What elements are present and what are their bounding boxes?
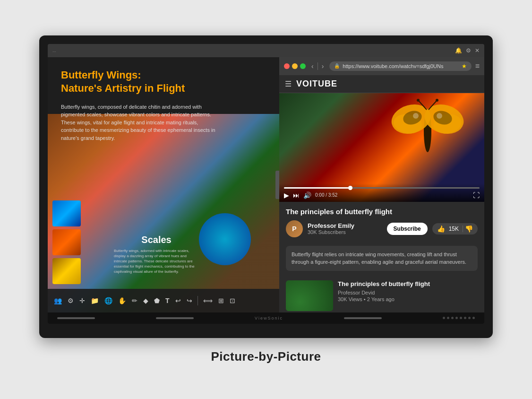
panel-resize-handle[interactable] xyxy=(275,171,279,199)
monitor-dot-1 xyxy=(443,317,445,319)
monitor-bottom-indicator-left xyxy=(57,317,95,319)
scales-section: Scales Butterfly wings, adorned with int… xyxy=(114,234,199,275)
scales-text: Butterfly wings, adorned with intricate … xyxy=(114,248,199,275)
traffic-lights xyxy=(284,63,306,69)
toolbar-arrows-icon[interactable]: ⟺ xyxy=(202,295,214,306)
svg-point-11 xyxy=(417,99,420,102)
monitor-controls-row: ViewSonic xyxy=(48,312,484,324)
toolbar-globe-icon[interactable]: 🌐 xyxy=(103,295,114,306)
video-volume-button[interactable]: 🔊 xyxy=(303,191,311,199)
like-dislike-group: 👍 15K 👎 xyxy=(432,223,478,234)
monitor-dot-5 xyxy=(460,317,462,319)
browser-menu-icon[interactable]: ≡ xyxy=(475,62,480,70)
suggested-thumb-bg xyxy=(286,280,333,311)
close-icon[interactable]: ✕ xyxy=(475,47,480,54)
bell-icon[interactable]: 🔔 xyxy=(455,47,462,54)
description-text: Butterfly flight relies on intricate win… xyxy=(292,251,472,266)
toolbar-undo-icon[interactable]: ↩ xyxy=(174,295,182,306)
voitube-logo: VOITUBE xyxy=(296,79,337,89)
gear-icon[interactable]: ⚙ xyxy=(466,47,471,54)
svg-point-12 xyxy=(436,99,438,102)
browser-bar: ‹ › 🔒 https://www.voitube.com/watchv=sdf… xyxy=(279,57,484,75)
monitor-bottom-indicator-right xyxy=(344,317,382,319)
toolbar-folder-icon[interactable]: 📁 xyxy=(89,295,100,306)
video-player[interactable]: ▶ ⏭ 🔊 0:00 / 3:52 ⛶ xyxy=(279,93,484,202)
channel-subscribers: 30K Subscribers xyxy=(308,229,382,235)
subscribe-button[interactable]: Subscribe xyxy=(387,223,428,235)
lock-icon: 🔒 xyxy=(334,63,340,69)
toolbar-move-icon[interactable]: ✛ xyxy=(78,295,86,306)
voitube-menu-icon[interactable]: ☰ xyxy=(285,79,292,88)
like-divider xyxy=(463,226,463,232)
scales-title: Scales xyxy=(114,234,199,245)
video-overlay: ▶ ⏭ 🔊 0:00 / 3:52 ⛶ xyxy=(279,183,484,202)
monitor-dot-3 xyxy=(451,317,454,319)
toolbar-text-icon[interactable]: T xyxy=(164,295,171,306)
description-box: Butterfly flight relies on intricate win… xyxy=(286,246,478,271)
like-count: 15K xyxy=(449,226,459,232)
toolbar-separator xyxy=(197,296,198,305)
butterfly-orange xyxy=(52,229,81,255)
browser-nav: ‹ › xyxy=(309,61,326,71)
toolbar-hand-icon[interactable]: ✋ xyxy=(117,295,128,306)
suggested-video-item[interactable]: The principles of butterfly flight Profe… xyxy=(279,277,484,312)
channel-name: Professor Emily xyxy=(308,222,382,229)
butterfly-images xyxy=(52,200,81,284)
browser-forward-button[interactable]: › xyxy=(320,61,326,71)
screen-content: Butterfly Wings:Nature's Artistry in Fli… xyxy=(48,57,484,312)
toolbar-box-icon[interactable]: ⊞ xyxy=(217,295,225,306)
right-panel: ‹ › 🔒 https://www.voitube.com/watchv=sdf… xyxy=(279,57,484,312)
toolbar-shape-icon[interactable]: ⬟ xyxy=(153,295,161,306)
video-progress-bar[interactable] xyxy=(284,187,480,189)
butterfly-yellow xyxy=(52,258,81,284)
video-skip-button[interactable]: ⏭ xyxy=(293,191,300,199)
butterfly-blue xyxy=(52,200,81,226)
toolbar-expand-icon[interactable]: ⊡ xyxy=(228,295,237,306)
presentation-title: Butterfly Wings:Nature's Artistry in Fli… xyxy=(61,69,266,95)
suggested-meta: 30K Views • 2 Years ago xyxy=(338,296,478,302)
traffic-light-green[interactable] xyxy=(300,63,306,69)
presentation-description: Butterfly wings, composed of delicate ch… xyxy=(61,103,222,142)
voitube-header: ☰ VOITUBE xyxy=(279,75,484,93)
monitor-dot-6 xyxy=(464,317,466,319)
traffic-light-yellow[interactable] xyxy=(292,63,298,69)
page-label: Picture-by-Picture xyxy=(211,349,321,364)
monitor-dots xyxy=(443,317,475,319)
blue-circle-decoration xyxy=(199,213,251,265)
toolbar-settings-icon[interactable]: ⚙ xyxy=(66,295,75,306)
toolbar-users-icon[interactable]: 👥 xyxy=(52,295,63,306)
video-play-button[interactable]: ▶ xyxy=(284,191,289,199)
video-title: The principles of butterfly flight xyxy=(286,208,478,216)
video-fullscreen-button[interactable]: ⛶ xyxy=(473,191,480,199)
browser-back-button[interactable]: ‹ xyxy=(309,61,316,71)
channel-avatar: P xyxy=(286,220,303,237)
video-butterfly-image xyxy=(390,98,465,164)
bookmark-icon[interactable]: ★ xyxy=(462,63,467,69)
video-controls: ▶ ⏭ 🔊 0:00 / 3:52 ⛶ xyxy=(284,191,480,199)
channel-info: Professor Emily 30K Subscribers xyxy=(308,222,382,235)
suggested-info: The principles of butterfly flight Profe… xyxy=(338,280,478,311)
left-panel: Butterfly Wings:Nature's Artistry in Fli… xyxy=(48,57,279,312)
toolbar-redo-icon[interactable]: ↪ xyxy=(185,295,194,306)
suggested-title: The principles of butterfly flight xyxy=(338,280,478,288)
monitor-dot-8 xyxy=(472,317,475,319)
suggested-thumbnail xyxy=(286,280,333,311)
video-info: The principles of butterfly flight P Pro… xyxy=(279,202,484,246)
voitube-content[interactable]: ▶ ⏭ 🔊 0:00 / 3:52 ⛶ xyxy=(279,93,484,312)
monitor-brand-label: ViewSonic xyxy=(255,316,283,321)
monitor-bottom-indicator-center xyxy=(156,317,194,319)
monitor-dot-4 xyxy=(455,317,458,319)
monitor: ... 🔔 ⚙ ✕ Butterfly Wings:Nature's Artis… xyxy=(39,35,493,338)
address-bar[interactable]: 🔒 https://www.voitube.com/watchv=sdfgj0U… xyxy=(329,61,471,71)
toolbar-pen-icon[interactable]: ✏ xyxy=(130,295,139,306)
traffic-light-red[interactable] xyxy=(284,63,290,69)
toolbar-marker-icon[interactable]: ◆ xyxy=(142,295,150,306)
url-text: https://www.voitube.com/watchv=sdfgj0UNs xyxy=(343,63,458,69)
nav-separator xyxy=(317,62,318,70)
svg-point-7 xyxy=(413,113,419,119)
dislike-button[interactable]: 👎 xyxy=(465,225,473,233)
topbar-left-text: ... xyxy=(52,48,56,53)
like-button[interactable]: 👍 xyxy=(437,225,445,233)
svg-point-8 xyxy=(437,113,442,119)
monitor-dot-2 xyxy=(447,317,449,319)
